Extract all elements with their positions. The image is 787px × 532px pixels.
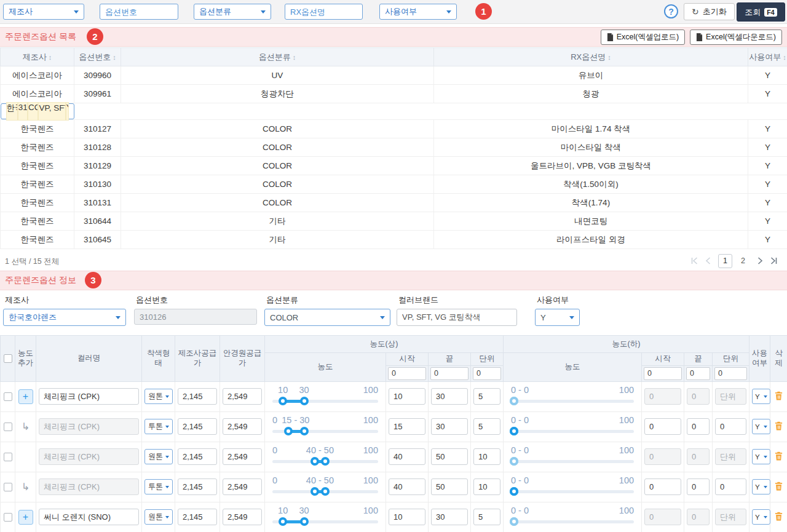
cell-category[interactable]: 기타: [121, 231, 434, 249]
list-row[interactable]: 한국렌즈310130COLOR착색(1.50이외)Y: [1, 175, 787, 194]
row-use-select[interactable]: Y: [752, 389, 770, 404]
header-start-upper-input[interactable]: [388, 367, 426, 380]
header-start-lower-input[interactable]: [644, 367, 682, 380]
sort-icon[interactable]: ↕: [49, 54, 52, 61]
cell-rx-name[interactable]: 착색(1.50이외): [434, 175, 748, 194]
cell-manufacturer[interactable]: 한국렌즈: [1, 194, 74, 212]
header-end-upper-input[interactable]: [430, 367, 469, 380]
category-filter-select[interactable]: 옵션분류: [194, 4, 271, 20]
col-manufacturer[interactable]: 제조사↕: [1, 48, 74, 66]
slider-handle[interactable]: [300, 397, 309, 405]
slider-handle[interactable]: [310, 487, 319, 496]
slider-track[interactable]: [511, 430, 634, 433]
upper-unit-input[interactable]: [473, 388, 500, 405]
mfr-price-input[interactable]: [178, 418, 217, 435]
lower-end-input[interactable]: [687, 418, 710, 435]
prev-page-button[interactable]: [705, 257, 711, 264]
lower-unit-input[interactable]: [715, 478, 746, 495]
slider-track[interactable]: [511, 520, 634, 523]
cell-option-no[interactable]: 310131: [74, 194, 121, 212]
cell-rx-name[interactable]: 유브이: [434, 66, 748, 85]
cell-manufacturer[interactable]: 한국렌즈: [1, 120, 74, 138]
row-checkbox[interactable]: [4, 423, 12, 431]
cell-use-yn[interactable]: Y: [748, 175, 787, 194]
cell-use-yn[interactable]: Y: [748, 66, 787, 85]
use-status-filter-select[interactable]: 사용여부: [379, 4, 457, 20]
cell-use-yn[interactable]: Y: [748, 231, 787, 249]
delete-row-button[interactable]: [774, 511, 783, 522]
cell-manufacturer[interactable]: 한국렌즈: [1, 175, 74, 194]
reset-button[interactable]: ↻ 초기화: [684, 3, 735, 20]
upper-start-input[interactable]: [389, 509, 425, 525]
upper-unit-input[interactable]: [473, 448, 500, 465]
select-all-checkbox[interactable]: [4, 354, 12, 363]
cell-rx-name[interactable]: 마이스타일 1.74 착색: [434, 120, 748, 138]
slider-handle[interactable]: [284, 427, 293, 435]
option-no-filter-input[interactable]: [100, 4, 178, 20]
density-upper-slider[interactable]: 040 - 50100: [272, 445, 378, 469]
list-row[interactable]: 에이스코리아309961청광차단청광Y: [1, 85, 787, 103]
page-button-1[interactable]: 1: [718, 254, 732, 268]
density-lower-slider[interactable]: 0 - 0100: [511, 415, 634, 439]
page-button-2[interactable]: 2: [736, 254, 750, 268]
cell-option-no[interactable]: 310130: [74, 175, 121, 194]
cell-category[interactable]: 청광차단: [121, 85, 434, 103]
category-select[interactable]: COLOR: [264, 309, 390, 326]
first-page-button[interactable]: [691, 257, 698, 264]
cell-manufacturer[interactable]: 에이스코리아: [1, 85, 74, 103]
slider-track[interactable]: [272, 520, 378, 523]
list-row[interactable]: 한국렌즈310129COLOR울트라브이, VPB, VGB 코팅착색Y: [1, 157, 787, 175]
density-upper-slider[interactable]: 040 - 50100: [272, 475, 378, 499]
delete-row-button[interactable]: [774, 451, 783, 461]
density-lower-slider[interactable]: 0 - 0100: [511, 445, 634, 469]
list-row[interactable]: 한국렌즈310644기타내면코팅Y: [1, 212, 787, 231]
use-yn-select[interactable]: Y: [535, 309, 580, 326]
col-rx-name[interactable]: RX옵션명↕: [434, 48, 748, 66]
cell-category[interactable]: UV: [121, 66, 434, 85]
mfr-price-input[interactable]: [178, 478, 217, 495]
density-upper-slider[interactable]: 1030100: [272, 385, 378, 408]
slider-handle[interactable]: [279, 397, 287, 405]
row-use-select[interactable]: Y: [752, 419, 770, 434]
cell-manufacturer[interactable]: 에이스코리아: [1, 66, 74, 85]
delete-row-button[interactable]: [774, 481, 783, 491]
cell-use-yn[interactable]: Y: [748, 157, 787, 175]
row-checkbox[interactable]: [4, 483, 12, 491]
list-row[interactable]: 에이스코리아309960UV유브이Y: [1, 66, 787, 85]
list-row[interactable]: 한국렌즈310126COLORVP, SFT, VG 코팅착색Y: [1, 103, 74, 119]
upper-start-input[interactable]: [389, 418, 425, 435]
cell-use-yn[interactable]: Y: [748, 85, 787, 103]
slider-track[interactable]: [272, 430, 378, 433]
tone-select[interactable]: 원톤: [144, 449, 173, 464]
mfr-price-input[interactable]: [178, 448, 217, 465]
col-option-no[interactable]: 옵션번호↕: [74, 48, 121, 66]
cell-rx-name[interactable]: 청광: [434, 85, 748, 103]
cell-option-no[interactable]: 310645: [74, 231, 121, 249]
add-density-button[interactable]: +: [18, 389, 33, 404]
cell-rx-name[interactable]: 착색(1.74): [434, 194, 748, 212]
shop-price-input[interactable]: [223, 388, 262, 405]
cell-rx-name[interactable]: 마이스타일 착색: [434, 138, 748, 157]
cell-rx-name[interactable]: 내면코팅: [434, 212, 748, 231]
cell-manufacturer[interactable]: 한국렌즈: [6, 102, 18, 121]
cell-option-no[interactable]: 310644: [74, 212, 121, 231]
slider-handle[interactable]: [300, 517, 309, 526]
shop-price-input[interactable]: [223, 418, 262, 435]
upper-start-input[interactable]: [389, 478, 425, 495]
color-name-input[interactable]: [39, 388, 139, 405]
row-checkbox[interactable]: [4, 513, 12, 522]
row-use-select[interactable]: Y: [752, 509, 770, 525]
upper-end-input[interactable]: [431, 388, 468, 405]
row-checkbox[interactable]: [4, 392, 12, 401]
tone-select[interactable]: 투톤: [144, 479, 173, 494]
cell-option-no[interactable]: 310129: [74, 157, 121, 175]
cell-rx-name[interactable]: 울트라브이, VPB, VGB 코팅착색: [434, 157, 748, 175]
mfr-price-input[interactable]: [178, 509, 217, 525]
next-page-button[interactable]: [757, 257, 763, 264]
cell-use-yn[interactable]: Y: [748, 212, 787, 231]
cell-category[interactable]: COLOR: [121, 175, 434, 194]
mfr-price-input[interactable]: [178, 388, 217, 405]
slider-track[interactable]: [511, 490, 634, 493]
slider-track[interactable]: [272, 460, 378, 463]
col-category[interactable]: 옵션분류↕: [121, 48, 434, 66]
